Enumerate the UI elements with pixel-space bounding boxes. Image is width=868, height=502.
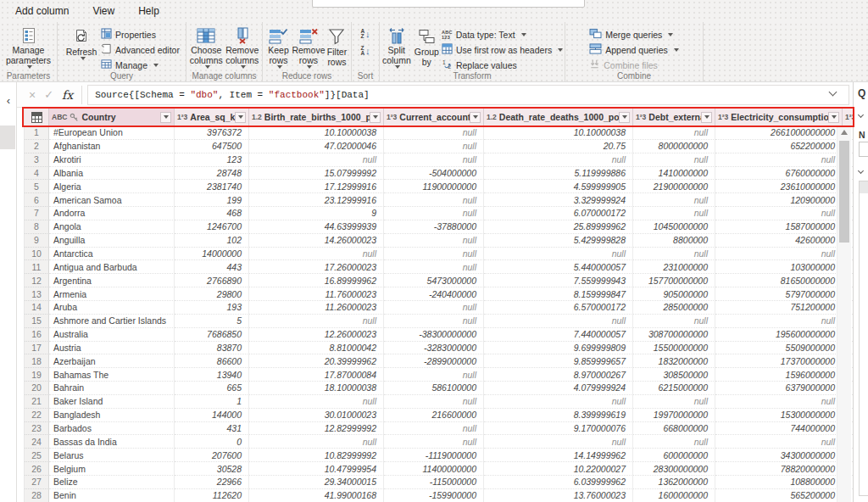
table-cell[interactable]: 17.26000023 bbox=[249, 260, 384, 274]
table-cell[interactable]: null bbox=[633, 126, 715, 140]
table-cell[interactable]: -1119000000 bbox=[384, 449, 484, 462]
table-cell[interactable]: 28300000000 bbox=[633, 462, 715, 476]
table-cell[interactable]: 157700000000 bbox=[633, 274, 715, 287]
table-cell[interactable]: null bbox=[384, 126, 484, 140]
row-number[interactable]: 14 bbox=[25, 301, 49, 315]
table-cell[interactable]: 83870 bbox=[175, 342, 249, 355]
table-cell[interactable]: Albania bbox=[49, 167, 175, 181]
scroll-up-arrow-icon[interactable] bbox=[841, 130, 848, 135]
table-cell[interactable]: 199 bbox=[175, 193, 249, 207]
table-cell[interactable]: 1362000000 bbox=[633, 476, 715, 489]
table-cell[interactable]: 25.89999962 bbox=[484, 220, 633, 234]
column-header-current-account-balance[interactable]: 1²3Current_account_balance bbox=[384, 109, 484, 126]
collapse-pane-button[interactable]: ‹ bbox=[2, 94, 15, 108]
table-cell[interactable]: 86600 bbox=[175, 354, 249, 368]
table-cell[interactable]: 905000000 bbox=[633, 287, 715, 301]
table-cell[interactable]: 14.26000023 bbox=[249, 234, 384, 248]
query-name-input-fragment[interactable] bbox=[859, 142, 868, 157]
table-cell[interactable]: null bbox=[715, 207, 843, 220]
table-cell[interactable]: null bbox=[633, 435, 715, 449]
table-cell[interactable]: 195600000000 bbox=[715, 328, 843, 342]
column-header-birth-rate-births-1000-population[interactable]: 1.2Birth_rate_births_1000_population bbox=[249, 109, 384, 126]
use-first-row-as-headers-button[interactable]: Use first row as headers bbox=[442, 43, 563, 56]
column-header-country[interactable]: ABCCountry bbox=[49, 109, 175, 126]
table-cell[interactable]: 15300000000 bbox=[715, 409, 843, 422]
table-cell[interactable]: 5509000000 bbox=[715, 342, 843, 355]
table-cell[interactable]: 9 bbox=[249, 207, 384, 220]
table-cell[interactable]: null bbox=[384, 315, 484, 328]
table-cell[interactable]: 1410000000 bbox=[633, 167, 715, 181]
table-cell[interactable]: Bassas da India bbox=[49, 435, 175, 449]
table-cell[interactable]: 1832000000 bbox=[633, 354, 715, 368]
row-number[interactable]: 13 bbox=[25, 287, 49, 301]
table-cell[interactable]: 2766890 bbox=[175, 274, 249, 287]
table-cell[interactable]: 2381740 bbox=[175, 180, 249, 193]
table-menu-button[interactable] bbox=[25, 109, 49, 126]
table-cell[interactable]: 18.10000038 bbox=[249, 382, 384, 395]
table-cell[interactable]: 6.070000172 bbox=[484, 207, 633, 220]
table-cell[interactable]: 8000000000 bbox=[633, 140, 715, 153]
table-cell[interactable]: 14.14999962 bbox=[484, 449, 633, 462]
tab-add-column[interactable]: Add column bbox=[3, 5, 81, 17]
table-cell[interactable]: null bbox=[249, 153, 384, 167]
table-cell[interactable]: 5.429999828 bbox=[484, 234, 633, 248]
sort-descending-button[interactable]: ZA ↓ bbox=[360, 45, 370, 57]
table-cell[interactable]: 15500000000 bbox=[633, 342, 715, 355]
table-cell[interactable]: 9.859999657 bbox=[484, 354, 633, 368]
table-cell[interactable]: 6379000000 bbox=[715, 382, 843, 395]
table-cell[interactable]: null bbox=[384, 234, 484, 248]
table-cell[interactable]: null bbox=[384, 207, 484, 220]
queries-pane-tab[interactable] bbox=[0, 126, 15, 149]
row-number[interactable]: 22 bbox=[25, 409, 49, 422]
table-cell[interactable]: 308700000000 bbox=[633, 328, 715, 342]
table-cell[interactable]: 41.99000168 bbox=[249, 489, 384, 502]
replace-values-button[interactable]: 12 Replace values bbox=[442, 59, 563, 71]
table-cell[interactable]: Andorra bbox=[49, 207, 175, 220]
table-cell[interactable]: 15.07999992 bbox=[249, 167, 384, 181]
table-cell[interactable]: 2661000000000 bbox=[715, 126, 843, 140]
table-cell[interactable]: 11.26000023 bbox=[249, 301, 384, 315]
table-cell[interactable]: 30528 bbox=[175, 462, 249, 476]
table-cell[interactable]: 20.39999962 bbox=[249, 354, 384, 368]
commit-formula-icon[interactable]: ✓ bbox=[44, 88, 53, 101]
filter-rows-button[interactable]: Filter rows bbox=[325, 25, 349, 70]
table-cell[interactable]: Bahamas The bbox=[49, 368, 175, 382]
table-cell[interactable]: 207600 bbox=[175, 449, 249, 462]
table-cell[interactable]: null bbox=[633, 207, 715, 220]
table-cell[interactable]: 108800000 bbox=[715, 476, 843, 489]
column-filter-dropdown-button[interactable] bbox=[160, 112, 171, 123]
table-cell[interactable]: null bbox=[384, 368, 484, 382]
table-cell[interactable]: 81650000000 bbox=[715, 274, 843, 287]
table-cell[interactable]: 12.26000023 bbox=[249, 328, 384, 342]
table-cell[interactable]: 10.22000027 bbox=[484, 462, 633, 476]
table-cell[interactable]: null bbox=[484, 435, 633, 449]
choose-columns-button[interactable]: Choose columns bbox=[188, 25, 225, 70]
table-cell[interactable]: Belarus bbox=[49, 449, 175, 462]
table-cell[interactable]: null bbox=[484, 315, 633, 328]
expand-formula-bar-button[interactable] bbox=[823, 89, 842, 100]
table-cell[interactable]: 17.87000084 bbox=[249, 368, 384, 382]
table-cell[interactable]: 17.12999916 bbox=[249, 180, 384, 193]
table-cell[interactable]: 1246700 bbox=[175, 220, 249, 234]
table-cell[interactable]: 7.559999943 bbox=[484, 274, 633, 287]
table-cell[interactable]: 28748 bbox=[175, 167, 249, 181]
table-cell[interactable]: 16.89999962 bbox=[249, 274, 384, 287]
table-cell[interactable]: null bbox=[249, 435, 384, 449]
table-cell[interactable]: 21900000000 bbox=[633, 180, 715, 193]
row-number[interactable]: 25 bbox=[25, 449, 49, 462]
row-number[interactable]: 7 bbox=[25, 207, 49, 220]
manage-parameters-button[interactable]: Manage parameters bbox=[3, 25, 55, 70]
table-cell[interactable]: 19970000000 bbox=[633, 409, 715, 422]
table-cell[interactable]: 6.570000172 bbox=[484, 301, 633, 315]
table-cell[interactable]: 7686850 bbox=[175, 328, 249, 342]
table-cell[interactable]: 10450000000 bbox=[633, 220, 715, 234]
table-cell[interactable]: null bbox=[249, 395, 384, 409]
table-cell[interactable]: 11400000000 bbox=[384, 462, 484, 476]
table-cell[interactable]: 586100000 bbox=[384, 382, 484, 395]
table-cell[interactable]: 120900000 bbox=[715, 193, 843, 207]
table-cell[interactable]: 5473000000 bbox=[384, 274, 484, 287]
table-cell[interactable]: 3.329999924 bbox=[484, 193, 633, 207]
table-cell[interactable]: 468 bbox=[175, 207, 249, 220]
row-number[interactable]: 24 bbox=[25, 435, 49, 449]
table-cell[interactable]: null bbox=[384, 395, 484, 409]
